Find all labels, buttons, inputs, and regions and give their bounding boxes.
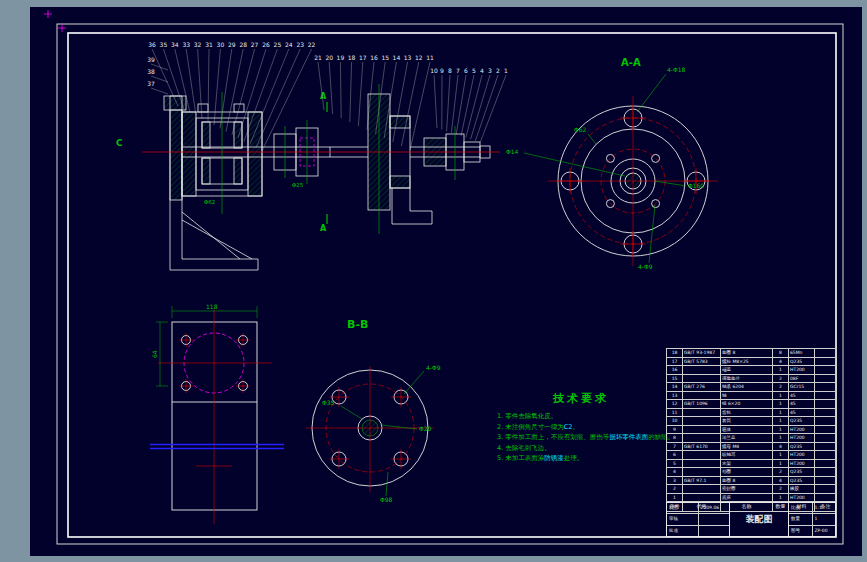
bom-cell [815,485,837,494]
bom-cell [683,366,721,375]
bom-row: 16端盖1HT200 [667,366,837,375]
titleblock-value: 1 [813,514,836,524]
callout-number: 27 [251,41,259,48]
drawing-title: 装配图 [730,503,789,536]
bom-cell: 端盖 [721,366,773,375]
callout-number: 15 [381,54,389,61]
callout-number: 20 [325,54,333,61]
cad-drawing-preview: C A A Φ62 Φ25 36353433323130292827262524… [0,0,867,562]
tech-note-text: 4. 去除毛刺飞边。 [497,444,551,452]
bom-cell: HT200 [789,459,815,468]
bom-row: 9箱体1HT200 [667,425,837,434]
callout-leader-line [329,62,332,114]
bom-cell: 2 [773,374,789,383]
bom-cell: 键 6×20 [721,400,773,409]
bom-cell: 4 [773,357,789,366]
bom-cell: 15 [667,374,683,383]
callout-number: 11 [426,54,434,61]
bom-cell: 45 [789,408,815,417]
plate-centerlines [158,308,272,524]
plate-dim-label: 64 [151,350,158,358]
bom-cell: HT200 [789,366,815,375]
callout-number: 23 [296,41,304,48]
bom-cell [683,468,721,477]
bom-row: 3GB/T 97.1垫圈 84Q235 [667,476,837,485]
bom-cell: GB/T 276 [683,383,721,392]
bom-cell: 45 [789,391,815,400]
bom-cell: 3 [667,476,683,485]
title-block-info: 比例1:1 数量1 图号ZP-00 [789,503,835,536]
aa-centerlines [548,96,718,266]
bom-cell [683,434,721,443]
callout-number: 8 [448,67,452,74]
callout-leader-line [350,62,352,122]
callout-number: 1 [504,67,508,74]
bom-cell: 轴承 6204 [721,383,773,392]
bom-cell: 14 [667,383,683,392]
bom-cell [815,391,837,400]
plate-dim-label: 118 [206,303,218,310]
callout-leader-line [434,75,437,128]
callout-leader-line [358,62,362,126]
callout-number: 28 [239,41,247,48]
section-view-bb: B-B 4-Φ9 [306,318,441,503]
callout-number: 18 [348,54,356,61]
title-block: 制图2009.06 审核 批准 装配图 比例1:1 数量1 图号ZP-00 [666,502,836,537]
callout-leader-line [186,49,196,116]
bom-row: 15调整垫片208F [667,374,837,383]
callout-number: 4 [480,67,484,74]
callout-number: 25 [274,41,282,48]
aa-dim-label: 4-Φ18 [667,66,686,73]
callout-number: 9 [440,67,444,74]
bb-leader-lines [341,371,424,496]
technical-requirements: 技术要求 1. 零件去除氧化皮。 2. 未注倒角尺寸一律为C2。 3. 零件加工… [497,391,665,464]
bom-cell [815,451,837,460]
bom-cell: GB/T 93-1987 [683,349,721,358]
callout-number: 13 [404,54,412,61]
bom-cell: 8 [667,434,683,443]
aa-leader-lines [524,74,686,263]
bom-cell: Q235 [789,442,815,451]
bom-cell: 13 [667,391,683,400]
bom-cell [683,451,721,460]
bom-cell: 1 [773,408,789,417]
bom-cell [815,400,837,409]
bb-dim-label: Φ98 [380,496,393,503]
bom-cell: 1 [773,400,789,409]
bom-cell: 1 [773,391,789,400]
bom-cell: 45 [789,400,815,409]
titleblock-value: 2009.06 [699,503,730,513]
bom-row: 17GB/T 5783螺栓 M8×254Q235 [667,357,837,366]
bom-cell: 密封圈 [721,485,773,494]
bom-cell: 1 [773,425,789,434]
bom-cell: 挡圈 [721,468,773,477]
bom-cell: 18 [667,349,683,358]
bom-cell [815,459,837,468]
bom-table: 18GB/T 93-1987垫圈 8865Mn17GB/T 5783螺栓 M8×… [666,348,836,512]
bom-cell [815,349,837,358]
assembly-dim-label: Φ25 [292,182,304,188]
callout-leader-line [220,49,232,128]
titleblock-label: 审核 [667,514,699,524]
callout-leader-line [461,75,474,136]
bom-cell [815,383,837,392]
bom-cell [683,459,721,468]
bom-cell [815,468,837,477]
callout-number: 5 [472,67,476,74]
bom-cell: 1 [773,417,789,426]
callout-leader-line [410,62,430,150]
bom-row: 10套筒1Q235 [667,417,837,426]
bom-cell [683,374,721,383]
bom-cell [683,391,721,400]
callout-leader-line [456,75,466,134]
tech-note: 3. 零件加工面上，不应有划痕、擦伤等损坏零件表面的缺陷。 [497,432,665,443]
bom-cell: 1 [773,493,789,502]
callout-leader-line [318,62,324,110]
bom-cell: GB/T 5783 [683,357,721,366]
plate-blue-lines [150,445,284,449]
tech-note: 1. 零件去除氧化皮。 [497,411,665,422]
view-bb-title: B-B [347,318,368,331]
bom-cell: 箱体 [721,425,773,434]
bom-cell: 12 [667,400,683,409]
bom-cell: 垫圈 8 [721,349,773,358]
